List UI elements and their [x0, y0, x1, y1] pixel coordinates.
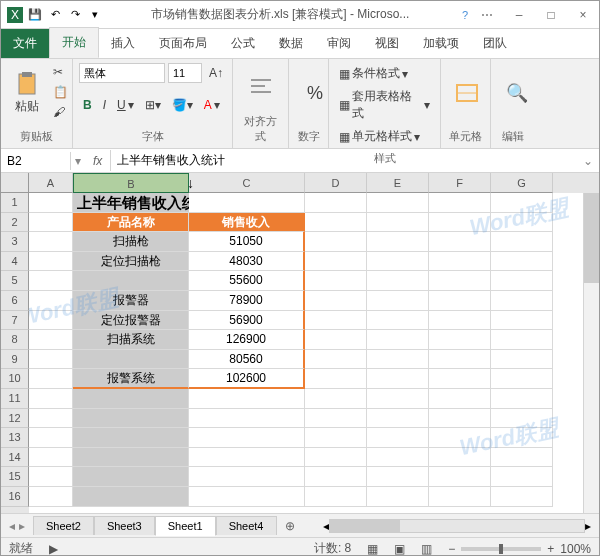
zoom-in-icon[interactable]: + — [547, 542, 554, 556]
cell[interactable]: 51050 — [189, 232, 305, 252]
scroll-right-icon[interactable]: ▸ — [585, 519, 591, 533]
increase-font-icon[interactable]: A↑ — [205, 64, 227, 82]
cell[interactable] — [29, 232, 73, 252]
cell[interactable] — [189, 428, 305, 448]
cell[interactable]: 产品名称 — [73, 213, 189, 233]
tab-prev-icon[interactable]: ◂ — [9, 519, 15, 533]
cell[interactable] — [491, 487, 553, 507]
col-header[interactable]: D — [305, 173, 367, 193]
cell[interactable] — [429, 428, 491, 448]
cell[interactable] — [491, 213, 553, 233]
macro-record-icon[interactable]: ▶ — [49, 542, 58, 556]
zoom-out-icon[interactable]: − — [448, 542, 455, 556]
col-header[interactable]: E — [367, 173, 429, 193]
cell[interactable]: 扫描系统 — [73, 330, 189, 350]
cell[interactable]: 56900 — [189, 311, 305, 331]
cell[interactable]: 报警器 — [73, 291, 189, 311]
sheet-tab[interactable]: Sheet4 — [216, 516, 277, 535]
select-all-corner[interactable] — [1, 173, 29, 193]
conditional-format-button[interactable]: ▦ 条件格式▾ — [335, 63, 412, 84]
cell[interactable] — [429, 193, 491, 213]
border-icon[interactable]: ⊞▾ — [141, 96, 165, 114]
cell[interactable] — [367, 369, 429, 389]
row-header[interactable]: 2 — [1, 213, 29, 233]
editing-button[interactable]: 🔍 — [497, 63, 537, 123]
cell[interactable] — [189, 193, 305, 213]
row-header[interactable]: 14 — [1, 448, 29, 468]
cell[interactable] — [429, 271, 491, 291]
cell[interactable] — [429, 213, 491, 233]
cell[interactable] — [429, 389, 491, 409]
cell[interactable] — [305, 428, 367, 448]
row-header[interactable]: 6 — [1, 291, 29, 311]
col-header-selected[interactable]: B — [73, 173, 189, 193]
save-icon[interactable]: 💾 — [27, 7, 43, 23]
cell[interactable] — [367, 193, 429, 213]
col-header[interactable]: F — [429, 173, 491, 193]
row-header[interactable]: 13 — [1, 428, 29, 448]
menu-home[interactable]: 开始 — [49, 27, 99, 58]
view-normal-icon[interactable]: ▦ — [367, 542, 378, 556]
cell[interactable] — [367, 487, 429, 507]
cell[interactable]: 定位报警器 — [73, 311, 189, 331]
cell[interactable] — [73, 448, 189, 468]
close-icon[interactable]: × — [571, 5, 595, 25]
cell[interactable]: 销售收入 — [189, 213, 305, 233]
menu-review[interactable]: 审阅 — [315, 29, 363, 58]
cell[interactable] — [73, 271, 189, 291]
cell[interactable] — [429, 369, 491, 389]
cell[interactable] — [305, 252, 367, 272]
cell[interactable] — [29, 252, 73, 272]
cell[interactable] — [305, 389, 367, 409]
help-icon[interactable]: ? — [457, 7, 473, 23]
cell[interactable] — [29, 193, 73, 213]
cell[interactable] — [305, 369, 367, 389]
row-header[interactable]: 16 — [1, 487, 29, 507]
sheet-tab[interactable]: Sheet2 — [33, 516, 94, 535]
cell[interactable] — [305, 448, 367, 468]
cell[interactable] — [367, 271, 429, 291]
cell[interactable] — [189, 487, 305, 507]
cell[interactable] — [367, 252, 429, 272]
cell[interactable] — [491, 271, 553, 291]
row-header[interactable]: 1 — [1, 193, 29, 213]
row-header[interactable]: 7 — [1, 311, 29, 331]
cell[interactable] — [491, 428, 553, 448]
cell[interactable] — [491, 409, 553, 429]
row-header[interactable]: 11 — [1, 389, 29, 409]
font-color-icon[interactable]: A▾ — [200, 96, 224, 114]
cell[interactable] — [189, 409, 305, 429]
cell[interactable] — [29, 213, 73, 233]
cell[interactable]: 定位扫描枪 — [73, 252, 189, 272]
cell[interactable] — [305, 291, 367, 311]
cell[interactable] — [305, 311, 367, 331]
cell[interactable] — [429, 350, 491, 370]
cell[interactable]: 上半年销售收入统计 — [73, 193, 189, 213]
cell[interactable] — [305, 467, 367, 487]
col-header[interactable]: C — [189, 173, 305, 193]
add-sheet-icon[interactable]: ⊕ — [277, 516, 303, 536]
cell[interactable] — [29, 428, 73, 448]
ribbon-collapse-icon[interactable]: ⋯ — [475, 5, 499, 25]
menu-layout[interactable]: 页面布局 — [147, 29, 219, 58]
cell[interactable] — [29, 448, 73, 468]
cell[interactable] — [429, 409, 491, 429]
cell[interactable]: 80560 — [189, 350, 305, 370]
horizontal-scrollbar[interactable]: ◂ ▸ — [323, 519, 592, 533]
qat-more-icon[interactable]: ▾ — [87, 7, 103, 23]
cell[interactable] — [305, 350, 367, 370]
cell[interactable]: 126900 — [189, 330, 305, 350]
namebox-dropdown-icon[interactable]: ▾ — [71, 154, 85, 168]
maximize-icon[interactable]: □ — [539, 5, 563, 25]
cell[interactable] — [367, 291, 429, 311]
cell[interactable]: 报警系统 — [73, 369, 189, 389]
row-header[interactable]: 8 — [1, 330, 29, 350]
cell[interactable] — [29, 409, 73, 429]
cell[interactable] — [367, 467, 429, 487]
vertical-scrollbar[interactable] — [583, 193, 599, 513]
cell[interactable] — [491, 330, 553, 350]
cell[interactable] — [491, 369, 553, 389]
col-header[interactable]: A — [29, 173, 73, 193]
cell[interactable] — [491, 193, 553, 213]
redo-icon[interactable]: ↷ — [67, 7, 83, 23]
